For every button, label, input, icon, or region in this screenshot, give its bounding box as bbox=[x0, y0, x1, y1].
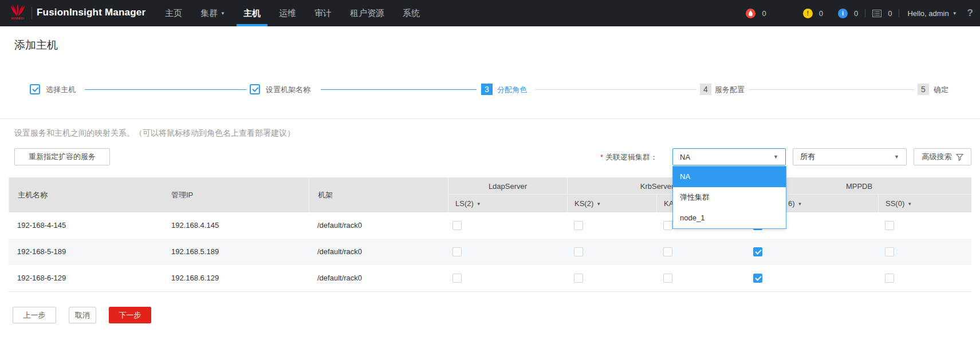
user-menu[interactable]: Hello, admin▼ bbox=[907, 9, 957, 18]
divider bbox=[865, 9, 865, 17]
huawei-logo-icon: HUAWEI bbox=[8, 4, 27, 22]
nav-item-cluster[interactable]: 集群▼ bbox=[200, 0, 225, 26]
role-checkbox-ka[interactable] bbox=[663, 221, 672, 230]
step-connector bbox=[535, 89, 696, 90]
step1-label: 选择主机 bbox=[46, 85, 76, 95]
step5-number: 5 bbox=[918, 84, 929, 95]
role-column-ls[interactable]: LS(2)▼ bbox=[448, 195, 567, 212]
logical-cluster-select[interactable]: NA ▼ bbox=[672, 148, 786, 165]
role-checkbox-ls[interactable] bbox=[452, 274, 462, 283]
hostname-cell: 192-168-5-189 bbox=[9, 239, 163, 265]
required-asterisk: * bbox=[600, 153, 603, 161]
step2-label: 设置机架名称 bbox=[266, 85, 310, 95]
critical-alarm-icon[interactable] bbox=[746, 9, 755, 18]
brand-title: FusionInsight Manager bbox=[37, 7, 145, 18]
rack-cell: /default/rack0 bbox=[309, 239, 448, 265]
chevron-down-icon: ▼ bbox=[596, 201, 601, 207]
step4-number: 4 bbox=[700, 84, 711, 95]
divider bbox=[899, 9, 899, 17]
step-connector bbox=[321, 89, 477, 90]
dropdown-option-elastic-cluster[interactable]: 弹性集群 bbox=[673, 187, 786, 208]
scope-filter-value: 所有 bbox=[800, 152, 815, 162]
step3-number: 3 bbox=[481, 84, 493, 95]
table-header: 主机名称 管理IP 机架 LdapServer KrbServer MPPDB … bbox=[9, 177, 971, 212]
navbar-status-area: 0 ! 0 i 0 0 Hello, admin▼ ? bbox=[746, 0, 973, 26]
role-checkbox-ks[interactable] bbox=[574, 247, 583, 256]
nav-item-om[interactable]: 运维 bbox=[279, 0, 296, 26]
help-icon[interactable]: ? bbox=[967, 7, 973, 19]
hostname-cell: 192-168-6-129 bbox=[9, 265, 163, 291]
logical-cluster-dropdown-menu: NA 弹性集群 node_1 bbox=[672, 166, 786, 229]
role-checkbox-ls[interactable] bbox=[452, 247, 462, 256]
task-list-icon[interactable] bbox=[872, 10, 881, 17]
dropdown-option-na[interactable]: NA bbox=[673, 167, 786, 187]
column-header-mgmt-ip: 管理IP bbox=[163, 177, 309, 212]
mgmt-ip-cell: 192.168.6.129 bbox=[163, 265, 309, 291]
mgmt-ip-cell: 192.168.4.145 bbox=[163, 212, 309, 239]
step2-done-check-icon bbox=[250, 84, 260, 94]
nav-item-tenant[interactable]: 租户资源 bbox=[350, 0, 384, 26]
nav-item-home[interactable]: 主页 bbox=[165, 0, 182, 26]
nav-item-system[interactable]: 系统 bbox=[403, 0, 420, 26]
step3-label: 分配角色 bbox=[497, 85, 527, 95]
role-checkbox-ks[interactable] bbox=[574, 221, 583, 230]
role-checkbox-ss[interactable] bbox=[885, 274, 894, 283]
role-checkbox-ss[interactable] bbox=[885, 221, 894, 230]
respecify-services-button[interactable]: 重新指定扩容的服务 bbox=[14, 148, 110, 165]
nav-item-hosts[interactable]: 主机 bbox=[243, 0, 261, 26]
filter-funnel-icon bbox=[956, 153, 963, 161]
task-count: 0 bbox=[888, 9, 892, 18]
chevron-down-icon: ▼ bbox=[798, 201, 802, 207]
mapping-hint-text: 设置服务和主机之间的映射关系。（可以将鼠标移动到角色名上查看部署建议） bbox=[14, 128, 295, 139]
info-alarm-icon[interactable]: i bbox=[838, 9, 848, 18]
chevron-down-icon: ▼ bbox=[773, 154, 778, 160]
step-connector bbox=[85, 89, 246, 90]
role-column-ks[interactable]: KS(2)▼ bbox=[567, 195, 656, 212]
step4-label: 服务配置 bbox=[715, 85, 745, 95]
critical-alarm-count: 0 bbox=[762, 9, 766, 18]
role-checkbox-ls[interactable] bbox=[452, 221, 462, 230]
step-connector bbox=[748, 89, 914, 90]
role-checkbox-ka[interactable] bbox=[663, 274, 672, 283]
chevron-down-icon: ▼ bbox=[894, 154, 899, 160]
info-alarm-count: 0 bbox=[854, 9, 858, 18]
step5-label: 确定 bbox=[934, 85, 948, 95]
step1-done-check-icon bbox=[30, 84, 40, 94]
table-row: 192-168-5-189 192.168.5.189 /default/rac… bbox=[9, 239, 971, 265]
cancel-button[interactable]: 取消 bbox=[69, 307, 96, 323]
role-checkbox-ks[interactable] bbox=[574, 274, 583, 283]
scope-filter-select[interactable]: 所有 ▼ bbox=[793, 148, 907, 165]
nav-menu: 主页 集群▼ 主机 运维 审计 租户资源 系统 bbox=[165, 0, 438, 26]
chevron-down-icon: ▼ bbox=[221, 11, 225, 16]
next-step-button[interactable]: 下一步 bbox=[109, 307, 151, 323]
table-row: 192-168-6-129 192.168.6.129 /default/rac… bbox=[9, 265, 971, 291]
rack-cell: /default/rack0 bbox=[309, 212, 448, 239]
role-checkbox-ka[interactable] bbox=[663, 247, 672, 256]
chevron-down-icon: ▼ bbox=[477, 201, 481, 207]
nav-item-audit[interactable]: 审计 bbox=[314, 0, 332, 26]
top-navbar: HUAWEI FusionInsight Manager 主页 集群▼ 主机 运… bbox=[0, 0, 980, 26]
column-header-rack: 机架 bbox=[309, 177, 448, 212]
role-checkbox-ss[interactable] bbox=[885, 247, 894, 256]
table-row: 192-168-4-145 192.168.4.145 /default/rac… bbox=[9, 212, 971, 239]
logical-cluster-label: *关联逻辑集群： bbox=[600, 152, 658, 163]
role-checkbox-mppdb[interactable] bbox=[753, 247, 762, 256]
logical-cluster-value: NA bbox=[680, 153, 690, 161]
add-host-page: HUAWEI FusionInsight Manager 主页 集群▼ 主机 运… bbox=[0, 0, 980, 348]
brand-divider bbox=[32, 7, 32, 19]
previous-step-button[interactable]: 上一步 bbox=[13, 307, 56, 323]
column-header-hostname: 主机名称 bbox=[9, 177, 163, 212]
mgmt-ip-cell: 192.168.5.189 bbox=[163, 239, 309, 265]
chevron-down-icon: ▼ bbox=[953, 11, 957, 16]
role-checkbox-mppdb[interactable] bbox=[753, 274, 762, 283]
page-title: 添加主机 bbox=[14, 38, 58, 53]
rack-cell: /default/rack0 bbox=[309, 265, 448, 291]
advanced-search-button[interactable]: 高级搜索 bbox=[914, 148, 971, 165]
dropdown-option-node1[interactable]: node_1 bbox=[673, 208, 786, 228]
chevron-down-icon: ▼ bbox=[907, 201, 912, 207]
warning-alarm-icon[interactable]: ! bbox=[803, 9, 813, 18]
hostname-cell: 192-168-4-145 bbox=[9, 212, 163, 239]
role-column-ss[interactable]: SS(0)▼ bbox=[878, 195, 971, 212]
section-divider bbox=[0, 118, 980, 119]
warning-alarm-count: 0 bbox=[819, 9, 823, 18]
